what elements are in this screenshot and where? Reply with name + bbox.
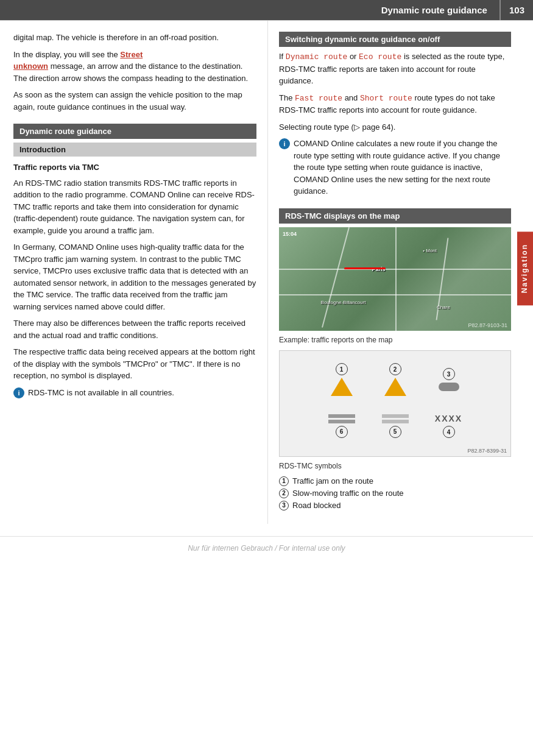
code-dynamic: Dynamic route bbox=[286, 52, 347, 62]
traffic-p4: The respective traffic data being receiv… bbox=[13, 346, 256, 382]
symbol-list-item-2: 2 Slow-moving traffic on the route bbox=[279, 489, 511, 498]
symbol-lines-5 bbox=[382, 414, 409, 423]
symbol-list-label-1: Traffic jam on the route bbox=[292, 476, 373, 486]
line-5a bbox=[382, 414, 409, 418]
map-section-header: RDS-TMC displays on the map bbox=[279, 208, 511, 224]
map-image: 15:04 Paris Boulogne-Billancourt • Mont … bbox=[279, 227, 511, 331]
symbol-lines-6 bbox=[328, 414, 355, 423]
symbol-num-4: 4 bbox=[443, 426, 455, 438]
street-code-2: unknown bbox=[13, 62, 48, 71]
symbol-cell-1: 1 bbox=[317, 358, 366, 401]
info-icon-left: i bbox=[13, 387, 24, 398]
info-icon-right: i bbox=[279, 138, 290, 149]
section-subheader-intro: Introduction bbox=[13, 143, 256, 157]
street-code-1: Street bbox=[120, 50, 143, 59]
sw-p1-prefix: If bbox=[279, 52, 286, 61]
symbols-watermark: P82.87-8399-31 bbox=[467, 448, 507, 454]
intro-p2-prefix: In the display, you will see the bbox=[13, 50, 120, 59]
symbol-cell-3: 3 bbox=[425, 358, 473, 401]
symbol-cell-6: 6 bbox=[317, 406, 366, 448]
sw-p2-mid: and bbox=[342, 93, 360, 102]
footer-watermark: Nur für internen Gebrauch / For internal… bbox=[0, 536, 533, 560]
map-watermark: P82.87-9103-31 bbox=[468, 322, 507, 328]
switching-p1: If Dynamic route or Eco route is selecte… bbox=[279, 51, 511, 87]
intro-p3: As soon as the system can assign the veh… bbox=[13, 89, 256, 113]
symbol-num-5: 5 bbox=[389, 426, 401, 438]
map-label-time: 15:04 bbox=[283, 231, 297, 237]
map-label-boulogne: Boulogne-Billancourt bbox=[321, 300, 366, 305]
symbol-xxxx: XXXX bbox=[435, 414, 462, 423]
symbol-list-label-3: Road blocked bbox=[292, 501, 341, 510]
section-header-dynamic: Dynamic route guidance bbox=[13, 124, 256, 139]
map-label-mont: • Mont bbox=[423, 248, 437, 253]
symbol-triangle-1 bbox=[331, 378, 353, 396]
symbol-num-3: 3 bbox=[443, 368, 455, 380]
sw-p1-mid: or bbox=[347, 52, 359, 61]
map-label-chare: Chare bbox=[437, 305, 450, 310]
symbol-num-2: 2 bbox=[389, 363, 401, 375]
symbol-list-item-1: 1 Traffic jam on the route bbox=[279, 476, 511, 486]
symbol-list-num-2: 2 bbox=[279, 489, 289, 498]
symbol-num-6: 6 bbox=[336, 426, 348, 438]
nav-side-tab: Navigation bbox=[517, 231, 533, 305]
symbol-list-label-2: Slow-moving traffic on the route bbox=[292, 489, 404, 498]
code-fast: Fast route bbox=[295, 94, 342, 103]
symbol-cell-5: 5 bbox=[371, 406, 420, 448]
line-6b bbox=[328, 420, 355, 423]
info-box-right: i COMAND Online calculates a new route i… bbox=[279, 138, 511, 197]
symbol-list: 1 Traffic jam on the route 2 Slow-moving… bbox=[279, 476, 511, 510]
traffic-p1: An RDS-TMC radio station transmits RDS-T… bbox=[13, 177, 256, 237]
header-bar: Dynamic route guidance 103 bbox=[0, 0, 533, 21]
code-eco: Eco route bbox=[359, 52, 401, 62]
symbol-triangle-2 bbox=[384, 378, 406, 396]
code-short: Short route bbox=[360, 94, 412, 103]
symbol-num-1: 1 bbox=[336, 363, 348, 375]
map-caption: Example: traffic reports on the map bbox=[279, 334, 511, 345]
switching-p3: Selecting route type (▷ page 64). bbox=[279, 121, 511, 133]
symbols-image: 1 2 3 bbox=[279, 350, 511, 457]
info-text-left: RDS-TMC is not available in all countrie… bbox=[28, 387, 174, 399]
main-content: digital map. The vehicle is therefore in… bbox=[0, 21, 533, 524]
symbols-caption: RDS-TMC symbols bbox=[279, 461, 511, 472]
symbol-list-num-3: 3 bbox=[279, 501, 289, 510]
intro-p2-suffix: message, an arrow and the distance to th… bbox=[13, 62, 248, 83]
switching-header: Switching dynamic route guidance on/off bbox=[279, 32, 511, 47]
right-column: Switching dynamic route guidance on/off … bbox=[268, 21, 521, 524]
traffic-p3: There may also be differences between th… bbox=[13, 317, 256, 341]
page-title: Dynamic route guidance bbox=[0, 0, 499, 20]
intro-p1: digital map. The vehicle is therefore in… bbox=[13, 32, 256, 44]
switching-p2: The Fast route and Short route route typ… bbox=[279, 92, 511, 116]
line-6a bbox=[328, 414, 355, 418]
info-text-right: COMAND Online calculates a new route if … bbox=[294, 138, 511, 197]
symbol-cell-4: XXXX 4 bbox=[425, 406, 473, 448]
symbols-grid: 1 2 3 bbox=[311, 352, 479, 454]
map-image-inner: 15:04 Paris Boulogne-Billancourt • Mont … bbox=[279, 227, 511, 331]
traffic-title: Traffic reports via TMC bbox=[13, 161, 256, 174]
intro-p2: In the display, you will see the Streetu… bbox=[13, 49, 256, 85]
traffic-indicator bbox=[344, 267, 386, 269]
page-number: 103 bbox=[499, 0, 533, 20]
info-box-left: i RDS-TMC is not available in all countr… bbox=[13, 387, 256, 399]
line-5b bbox=[382, 420, 409, 423]
left-column: digital map. The vehicle is therefore in… bbox=[0, 21, 268, 524]
traffic-p2: In Germany, COMAND Online uses high-qual… bbox=[13, 241, 256, 313]
symbol-circle-3 bbox=[439, 383, 459, 391]
symbol-cell-2: 2 bbox=[371, 358, 420, 401]
sw-p2-prefix: The bbox=[279, 93, 295, 102]
symbol-list-item-3: 3 Road blocked bbox=[279, 501, 511, 510]
symbol-list-num-1: 1 bbox=[279, 476, 289, 486]
